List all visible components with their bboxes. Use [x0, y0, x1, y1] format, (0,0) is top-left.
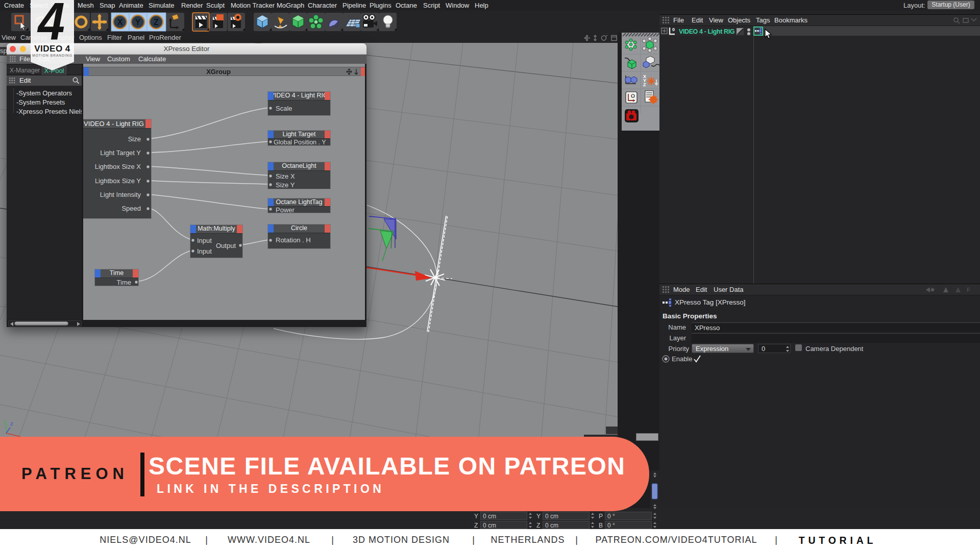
svg-text:Z: Z [154, 18, 159, 27]
svg-text:y: y [3, 419, 6, 424]
svg-text:Y: Y [135, 18, 141, 27]
svg-text:Z: Z [643, 82, 646, 87]
svg-text:X: X [117, 18, 123, 27]
svg-text:0: 0 [672, 27, 675, 32]
svg-text:F: F [967, 287, 970, 293]
svg-text:z: z [10, 420, 13, 427]
